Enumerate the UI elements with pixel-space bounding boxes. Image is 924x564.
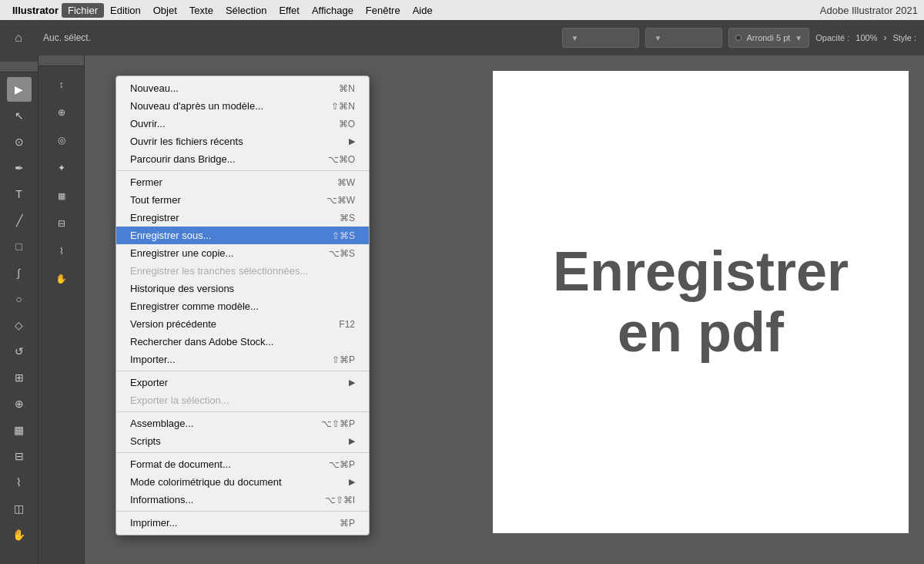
menu-item-ouvrir-recents[interactable]: Ouvrir les fichiers récents▶ xyxy=(116,133,369,150)
panel-tool-2[interactable]: ⊕ xyxy=(49,100,74,125)
opacity-value[interactable]: 100% xyxy=(855,33,877,42)
menubar-item-texte[interactable]: Texte xyxy=(183,3,219,18)
tool-blob[interactable]: ○ xyxy=(7,287,32,311)
arrow-right-icon: › xyxy=(883,32,886,43)
artboard-text-line1: Enregistrer xyxy=(553,241,849,302)
panel-tool-3[interactable]: ◎ xyxy=(49,128,74,153)
tool-hand[interactable]: ✋ xyxy=(7,522,32,547)
panel-tools: ↕ ⊕ ◎ ✦ ▦ ⊟ ⌇ ✋ xyxy=(38,66,84,564)
submenu-arrow-icon: ▶ xyxy=(349,477,355,487)
menu-separator xyxy=(116,511,369,512)
app-name: Illustrator xyxy=(12,5,59,16)
menu-item-nouveau-modele[interactable]: Nouveau d'après un modèle...⇧⌘N xyxy=(116,97,369,115)
tool-lasso[interactable]: ⊙ xyxy=(7,129,32,154)
submenu-arrow-icon: ▶ xyxy=(349,136,355,146)
menu-item-label: Version précédente xyxy=(130,318,216,330)
menu-item-historique[interactable]: Historique des versions xyxy=(116,280,369,297)
menubar-item-fichier[interactable]: Fichier xyxy=(62,3,104,18)
tool-rect[interactable]: □ xyxy=(7,234,32,259)
menu-item-ouvrir[interactable]: Ouvrir...⌘O xyxy=(116,115,369,133)
menu-shortcut: ⌥⌘P xyxy=(329,459,355,470)
menu-item-label: Nouveau... xyxy=(130,82,179,94)
chevron-down-icon: ▼ xyxy=(571,34,578,42)
menu-item-assemblage[interactable]: Assemblage...⌥⇧⌘P xyxy=(116,415,369,432)
menu-item-scripts[interactable]: Scripts▶ xyxy=(116,432,369,450)
menu-item-label: Rechercher dans Adobe Stock... xyxy=(130,336,273,347)
roundness-indicator xyxy=(735,35,742,41)
menu-item-parcourir[interactable]: Parcourir dans Bridge...⌥⌘O xyxy=(116,150,369,168)
tool-eraser[interactable]: ◇ xyxy=(7,313,32,337)
tool-select[interactable]: ▶ xyxy=(7,77,32,102)
menu-item-label: Imprimer... xyxy=(130,517,177,529)
panel-tool-8[interactable]: ✋ xyxy=(49,267,74,291)
menu-shortcut: F12 xyxy=(339,319,355,330)
panels-area: ↕ ⊕ ◎ ✦ ▦ ⊟ ⌇ ✋ xyxy=(38,55,85,564)
tool-eyedropper[interactable]: ⌇ xyxy=(7,470,32,495)
menubar-items: FichierEditionObjetTexteSélectionEffetAf… xyxy=(62,3,439,18)
tool-gradient[interactable]: ◫ xyxy=(7,496,32,521)
menu-item-format-doc[interactable]: Format de document...⌥⌘P xyxy=(116,455,369,473)
menu-item-fermer[interactable]: Fermer⌘W xyxy=(116,173,369,191)
menubar-item-affichage[interactable]: Affichage xyxy=(306,3,360,18)
menu-item-enregistrer[interactable]: Enregistrer⌘S xyxy=(116,209,369,227)
panel-tool-7[interactable]: ⌇ xyxy=(49,239,74,264)
menu-item-imprimer[interactable]: Imprimer...⌘P xyxy=(116,514,369,532)
menu-shortcut: ⌥⇧⌘I xyxy=(325,495,355,505)
menu-item-label: Enregistrer une copie... xyxy=(130,247,233,259)
menu-separator xyxy=(116,411,369,412)
tool-symbol[interactable]: ⊕ xyxy=(7,391,32,416)
menubar-item-selection[interactable]: Sélection xyxy=(219,3,273,18)
menubar-item-fenetre[interactable]: Fenêtre xyxy=(360,3,407,18)
home-icon[interactable]: ⌂ xyxy=(8,27,29,49)
menu-item-mode-color[interactable]: Mode colorimétrique du document▶ xyxy=(116,473,369,491)
tool-text[interactable]: T xyxy=(7,182,32,206)
menu-item-tout-fermer[interactable]: Tout fermer⌥⌘W xyxy=(116,191,369,209)
menu-item-label: Exporter la sélection... xyxy=(130,394,229,406)
menu-item-informations[interactable]: Informations...⌥⇧⌘I xyxy=(116,491,369,509)
menu-shortcut: ⌥⌘S xyxy=(329,248,355,259)
menu-item-version-prec[interactable]: Version précédenteF12 xyxy=(116,315,369,333)
menu-item-label: Mode colorimétrique du document xyxy=(130,476,282,488)
menu-item-enregistrer-modele[interactable]: Enregistrer comme modèle... xyxy=(116,297,369,315)
menubar-item-effet[interactable]: Effet xyxy=(273,3,306,18)
artboard-content: Enregistrer en pdf xyxy=(553,241,849,363)
tool-rotate[interactable]: ↺ xyxy=(7,339,32,364)
menu-item-label: Scripts xyxy=(130,435,161,447)
menu-item-nouveau[interactable]: Nouveau...⌘N xyxy=(116,79,369,97)
menu-item-label: Exporter xyxy=(130,377,168,388)
tool-brush[interactable]: ∫ xyxy=(7,260,32,285)
roundness-control[interactable]: Arrondi 5 pt ▼ xyxy=(728,28,809,48)
tool-direct-select[interactable]: ↖ xyxy=(7,103,32,128)
panel-tool-5[interactable]: ▦ xyxy=(49,183,74,208)
menubar-item-edition[interactable]: Edition xyxy=(104,3,147,18)
selection-label: Auc. sélect. xyxy=(43,32,91,43)
menu-item-exporter[interactable]: Exporter▶ xyxy=(116,374,369,391)
menu-item-label: Enregistrer xyxy=(130,212,179,223)
tool-line[interactable]: ╱ xyxy=(7,208,32,233)
tool-pen[interactable]: ✒ xyxy=(7,156,32,180)
font-size-select[interactable]: ▼ xyxy=(645,28,722,48)
menubar-item-objet[interactable]: Objet xyxy=(147,3,183,18)
tool-scale[interactable]: ⊞ xyxy=(7,365,32,390)
tool-sidebar: ▶↖⊙✒T╱□∫○◇↺⊞⊕▦⊟⌇◫✋ xyxy=(0,55,38,564)
roundness-label: Arrondi 5 pt xyxy=(746,33,790,42)
ruler-horizontal xyxy=(38,55,84,66)
menu-item-importer[interactable]: Importer...⇧⌘P xyxy=(116,351,369,368)
tool-chart[interactable]: ▦ xyxy=(7,418,32,442)
menu-shortcut: ⇧⌘P xyxy=(332,354,355,365)
panel-tool-6[interactable]: ⊟ xyxy=(49,211,74,236)
menu-item-enregistrer-sous[interactable]: Enregistrer sous...⇧⌘S xyxy=(116,227,369,244)
panel-tool-1[interactable]: ↕ xyxy=(49,72,74,97)
tool-artboard-tool[interactable]: ⊟ xyxy=(7,444,32,468)
artboard-text-line2: en pdf xyxy=(553,302,849,363)
font-family-select[interactable]: ▼ xyxy=(562,28,639,48)
menu-item-label: Importer... xyxy=(130,354,176,365)
opacity-label: Opacité : xyxy=(815,33,849,42)
panel-tool-4[interactable]: ✦ xyxy=(49,156,74,180)
menubar-item-aide[interactable]: Aide xyxy=(407,3,439,18)
menu-item-enregistrer-copie[interactable]: Enregistrer une copie...⌥⌘S xyxy=(116,244,369,262)
submenu-arrow-icon: ▶ xyxy=(349,436,355,446)
mini-ruler xyxy=(0,62,38,72)
menu-item-rechercher-stock[interactable]: Rechercher dans Adobe Stock... xyxy=(116,333,369,351)
menu-shortcut: ⌥⌘W xyxy=(326,195,355,206)
